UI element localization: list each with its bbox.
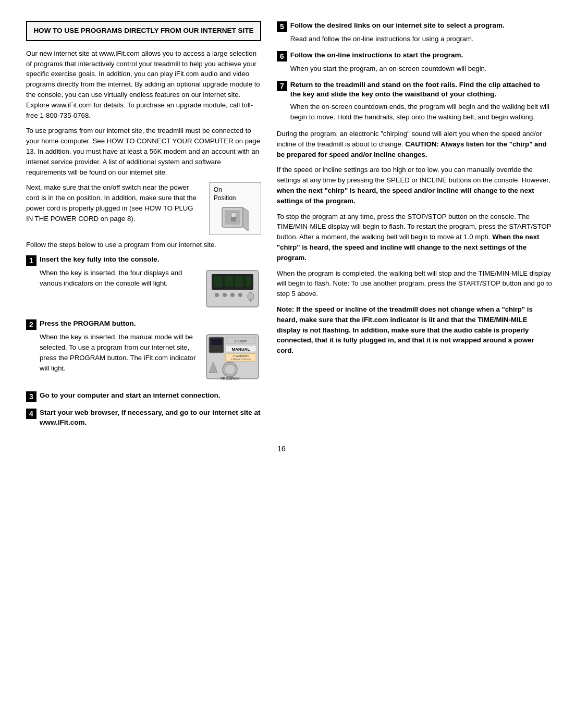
step-2-inner: When the key is inserted, the manual mod… (40, 332, 261, 385)
step-7-para: When the on-screen countdown ends, the p… (290, 102, 553, 122)
step-6-para: When you start the program, an on-screen… (290, 64, 553, 74)
override-bold: when the next "chirp" is heard, the spee… (277, 187, 534, 205)
svg-text:⚠ WARNING: ⚠ WARNING (232, 354, 249, 357)
step-5-header: 5 Follow the desired links on our intern… (277, 21, 553, 32)
step-5-para: Read and follow the on-line instructions… (290, 34, 553, 44)
step-2-text: When the key is inserted, the manual mod… (40, 332, 199, 378)
console-svg-2: iFit.com MANUAL ⚠ WARNING understand the… (204, 332, 261, 381)
step-5-block: 5 Follow the desired links on our intern… (277, 21, 553, 44)
left-column: HOW TO USE PROGRAMS DIRECTLY FROM OUR IN… (26, 21, 261, 434)
right-column: 5 Follow the desired links on our intern… (277, 21, 553, 434)
on-position-svg (219, 205, 251, 231)
intro-para-1: Our new internet site at www.iFit.com al… (26, 48, 261, 121)
svg-text:PROGRAM: PROGRAM (221, 377, 239, 380)
svg-point-15 (223, 293, 227, 297)
svg-rect-22 (211, 339, 222, 345)
step-1-title: Insert the key fully into the console. (40, 255, 160, 265)
step-6-header: 6 Follow the on-line instructions to sta… (277, 51, 553, 61)
step-2-block: 2 Press the PROGRAM button. When the key… (26, 319, 261, 385)
page-number: 16 (26, 445, 537, 453)
step-3-block: 3 Go to your computer and start an inter… (26, 391, 261, 402)
step-1-block: 1 Insert the key fully into the console.… (26, 255, 261, 313)
svg-rect-11 (225, 276, 233, 287)
override-para: If the speed or incline settings are too… (277, 165, 553, 206)
step-5-content: Read and follow the on-line instructions… (290, 34, 553, 44)
on-position-text: Next, make sure that the on/off switch n… (26, 182, 202, 224)
on-position-diagram: OnPosition (209, 182, 261, 234)
step-6-content: When you start the program, an on-screen… (290, 64, 553, 74)
console-svg-1 (204, 268, 261, 310)
section-title: HOW TO USE PROGRAMS DIRECTLY FROM OUR IN… (33, 26, 254, 36)
step-6-block: 6 Follow the on-line instructions to sta… (277, 51, 553, 74)
step-1-content: When the key is inserted, the four displ… (40, 268, 261, 313)
stop-para: To stop the program at any time, press t… (277, 212, 553, 263)
stop-bold: When the next "chirp" is heard, the spee… (277, 233, 540, 262)
svg-text:iFit.com: iFit.com (235, 339, 248, 343)
svg-rect-12 (235, 276, 243, 287)
step-1-header: 1 Insert the key fully into the console. (26, 255, 261, 266)
step-7-title: Return to the treadmill and stand on the… (290, 80, 553, 100)
svg-text:understand the use: understand the use (231, 358, 251, 361)
on-position-para: Next, make sure that the on/off switch n… (26, 182, 202, 224)
svg-point-17 (238, 293, 242, 297)
step-2-image: iFit.com MANUAL ⚠ WARNING understand the… (204, 332, 261, 385)
step-4-header: 4 Start your web browser, if necessary, … (26, 408, 261, 428)
step-4-block: 4 Start your web browser, if necessary, … (26, 408, 261, 428)
step-7-content: When the on-screen countdown ends, the p… (290, 102, 553, 122)
step-3-title: Go to your computer and start an interne… (40, 391, 221, 401)
svg-point-16 (230, 293, 235, 297)
on-position-label: OnPosition (214, 186, 236, 202)
step-3-number: 3 (26, 391, 36, 402)
step-7-block: 7 Return to the treadmill and stand on t… (277, 80, 553, 122)
note-para: Note: If the speed or incline of the tre… (277, 304, 553, 356)
step-1-text: When the key is inserted, the four displ… (40, 268, 199, 294)
step-1-inner: When the key is inserted, the four displ… (40, 268, 261, 313)
step-5-title: Follow the desired links on our internet… (290, 21, 505, 31)
step-4-title: Start your web browser, if necessary, an… (40, 408, 261, 428)
step-4-number: 4 (26, 409, 36, 419)
step-7-header: 7 Return to the treadmill and stand on t… (277, 80, 553, 100)
on-position-section: Next, make sure that the on/off switch n… (26, 182, 261, 234)
section-header-box: HOW TO USE PROGRAMS DIRECTLY FROM OUR IN… (26, 21, 261, 41)
step-1-number: 1 (26, 255, 36, 266)
step-2-title: Press the PROGRAM button. (40, 319, 136, 329)
svg-point-32 (225, 364, 235, 375)
chirp-para: During the program, an electronic "chirp… (277, 129, 553, 159)
svg-rect-3 (231, 213, 236, 217)
svg-point-14 (215, 293, 219, 297)
svg-rect-10 (214, 276, 223, 287)
steps-intro-para: Follow the steps below to use a program … (26, 240, 261, 250)
step-2-para: When the key is inserted, the manual mod… (40, 332, 199, 373)
svg-marker-7 (243, 207, 248, 231)
svg-text:MANUAL: MANUAL (231, 347, 250, 352)
step-7-number: 7 (277, 81, 287, 91)
intro-para-2: To use programs from our internet site, … (26, 126, 261, 177)
step-1-para: When the key is inserted, the four displ… (40, 268, 199, 289)
step-5-number: 5 (277, 21, 287, 32)
svg-rect-13 (246, 276, 251, 287)
step-3-header: 3 Go to your computer and start an inter… (26, 391, 261, 402)
step-2-header: 2 Press the PROGRAM button. (26, 319, 261, 330)
step-1-image (204, 268, 261, 313)
step-2-content: When the key is inserted, the manual mod… (40, 332, 261, 385)
note-bold: Note: If the speed or incline of the tre… (277, 305, 534, 354)
chirp-caution: CAUTION: Always listen for the "chirp" a… (277, 140, 547, 158)
step-2-number: 2 (26, 319, 36, 330)
completed-para: When the program is completed, the walki… (277, 268, 553, 299)
step-6-title: Follow the on-line instructions to start… (290, 51, 463, 60)
step-6-number: 6 (277, 51, 287, 61)
